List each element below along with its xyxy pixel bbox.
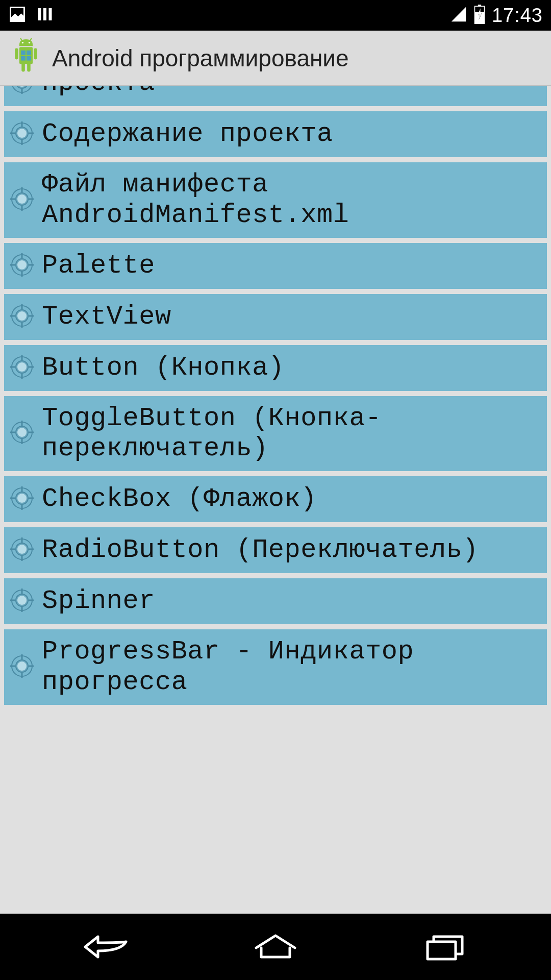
- list-item-label: Palette: [42, 251, 155, 281]
- list-item-label: ProgressBar - Индикатор прогресса: [42, 636, 542, 698]
- reticle-icon: [9, 303, 35, 331]
- svg-point-47: [17, 260, 27, 270]
- list-item-label: Button (Кнопка): [42, 353, 285, 383]
- list-item[interactable]: проекта: [4, 86, 547, 106]
- reticle-icon: [9, 354, 35, 382]
- svg-point-14: [22, 41, 23, 43]
- android-icon: [8, 37, 44, 80]
- svg-rect-17: [27, 50, 31, 55]
- svg-rect-16: [21, 50, 26, 55]
- list-item-label: проекта: [42, 86, 155, 99]
- svg-point-68: [17, 428, 27, 437]
- list-item[interactable]: TextView: [4, 294, 547, 340]
- reticle-icon: [9, 536, 35, 564]
- reticle-icon: [9, 587, 35, 615]
- status-right: 17:43: [450, 5, 543, 27]
- screen: 17:43: [0, 0, 551, 980]
- status-clock: 17:43: [492, 5, 543, 27]
- reticle-icon: [9, 186, 35, 214]
- signal-icon: [450, 6, 467, 25]
- svg-point-40: [17, 194, 27, 204]
- svg-rect-97: [428, 942, 456, 959]
- svg-rect-19: [27, 56, 31, 60]
- svg-point-33: [17, 129, 27, 138]
- reticle-icon: [9, 420, 35, 447]
- app-bar: Android программирование: [0, 31, 551, 86]
- list-item-label: Spinner: [42, 586, 155, 617]
- picture-icon: [8, 5, 27, 26]
- status-bar: 17:43: [0, 0, 551, 31]
- list-item[interactable]: CheckBox (Флажок): [4, 476, 547, 522]
- list-item-label: RadioButton (Переключатель): [42, 535, 479, 566]
- list-item-label: CheckBox (Флажок): [42, 484, 317, 514]
- list-item[interactable]: Содержание проекта: [4, 111, 547, 157]
- svg-point-54: [17, 311, 27, 321]
- svg-point-89: [17, 596, 27, 605]
- svg-rect-18: [21, 56, 26, 60]
- list-item[interactable]: Файл манифеста AndroidManifest.xml: [4, 162, 547, 238]
- reticle-icon: [9, 86, 35, 97]
- svg-rect-5: [478, 5, 481, 6]
- list-item[interactable]: Button (Кнопка): [4, 345, 547, 391]
- svg-rect-7: [19, 47, 33, 64]
- list-item-label: Файл манифеста AndroidManifest.xml: [42, 169, 542, 231]
- svg-point-75: [17, 494, 27, 503]
- reticle-icon: [9, 120, 35, 148]
- svg-point-96: [17, 662, 27, 671]
- list-item-label: Содержание проекта: [42, 119, 333, 150]
- status-left: [8, 5, 54, 26]
- back-button[interactable]: [60, 926, 152, 967]
- list-item[interactable]: RadioButton (Переключатель): [4, 527, 547, 573]
- list-item[interactable]: Spinner: [4, 578, 547, 624]
- recent-apps-button[interactable]: [399, 926, 491, 967]
- reticle-icon: [9, 485, 35, 513]
- bars-icon: [36, 5, 54, 26]
- reticle-icon: [9, 653, 35, 681]
- svg-point-82: [17, 545, 27, 554]
- list-item-label: ToggleButton (Кнопка-переключатель): [42, 403, 542, 464]
- content-area[interactable]: проекта Содержание проекта Файл манифест…: [0, 86, 551, 914]
- svg-rect-9: [34, 48, 37, 59]
- svg-rect-10: [21, 62, 25, 71]
- list-item-label: TextView: [42, 302, 171, 332]
- svg-rect-2: [43, 8, 46, 20]
- svg-point-15: [29, 41, 30, 43]
- battery-charging-icon: [473, 5, 486, 26]
- topic-list: проекта Содержание проекта Файл манифест…: [4, 86, 547, 705]
- svg-point-61: [17, 362, 27, 372]
- svg-rect-8: [15, 48, 18, 59]
- home-button[interactable]: [230, 926, 321, 967]
- reticle-icon: [9, 252, 35, 280]
- svg-rect-3: [49, 8, 52, 20]
- list-item[interactable]: ToggleButton (Кнопка-переключатель): [4, 396, 547, 472]
- list-item[interactable]: Palette: [4, 243, 547, 289]
- app-title: Android программирование: [52, 44, 349, 72]
- svg-rect-11: [27, 62, 31, 71]
- svg-rect-1: [38, 8, 41, 20]
- list-item[interactable]: ProgressBar - Индикатор прогресса: [4, 629, 547, 705]
- navigation-bar: [0, 914, 551, 980]
